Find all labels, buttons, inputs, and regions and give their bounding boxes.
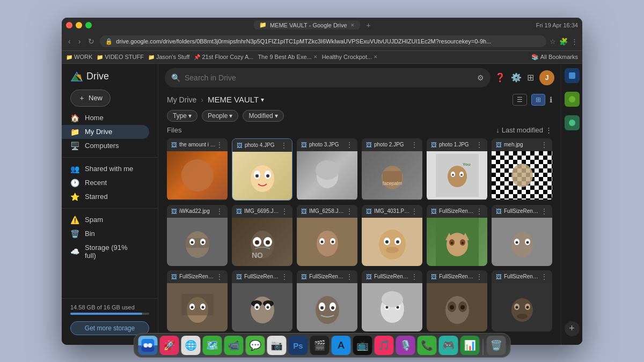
file-card[interactable]: 🖼FullSizeRender (4... ⋮	[297, 270, 357, 331]
file-card[interactable]: 🖼photo 4.JPG ⋮	[232, 138, 292, 201]
file-menu-icon[interactable]: ⋮	[346, 207, 353, 216]
file-menu-icon[interactable]: ⋮	[346, 141, 353, 149]
back-button[interactable]: ‹	[66, 36, 73, 47]
dock-photoshop[interactable]: Ps	[289, 336, 308, 355]
refresh-button[interactable]: ↻	[86, 36, 97, 47]
breadcrumb-parent[interactable]: My Drive	[167, 95, 196, 104]
dock-podcasts[interactable]: 🎙️	[396, 336, 415, 355]
file-menu-icon[interactable]: ⋮	[475, 272, 483, 281]
extensions-icon[interactable]: 🧩	[559, 38, 568, 46]
new-button[interactable]: ＋ New	[70, 90, 111, 107]
help-icon[interactable]: ❓	[495, 72, 506, 83]
right-panel-icon-2[interactable]	[565, 92, 580, 107]
file-menu-icon[interactable]: ⋮	[411, 272, 418, 281]
dock-messages[interactable]: 💬	[246, 336, 265, 355]
sidebar-item-bin[interactable]: 🗑️ Bin	[62, 227, 149, 241]
file-card[interactable]: 🖼FullSizeRender.j... ⋮	[492, 205, 552, 266]
file-card[interactable]: 🖼FullSizeRender (3... ⋮	[362, 270, 422, 331]
file-menu-icon[interactable]: ⋮	[281, 272, 288, 281]
list-view-button[interactable]: ☰	[513, 94, 527, 106]
file-card[interactable]: 🖼iWKad22.jpg ⋮	[167, 205, 228, 266]
right-panel-icon-1[interactable]	[565, 68, 580, 83]
file-menu-icon[interactable]: ⋮	[216, 272, 223, 281]
right-add-button[interactable]: +	[565, 321, 580, 336]
search-filter-icon[interactable]: ⚙	[477, 73, 484, 82]
file-card[interactable]: 🖼photo 2.JPG ⋮ facepalm	[362, 138, 422, 201]
file-card[interactable]: 🖼IMG_6258.JPG ⋮	[297, 205, 357, 266]
dock-appstore[interactable]: A	[332, 336, 351, 355]
grid-view-button[interactable]: ⊞	[531, 94, 545, 106]
file-card[interactable]: 🖼FullSizeRender2.j... ⋮	[167, 270, 228, 331]
filter-modified[interactable]: Modified ▾	[243, 110, 283, 122]
maximize-button[interactable]	[85, 22, 92, 28]
info-icon[interactable]: ℹ	[550, 95, 552, 104]
sort-options-icon[interactable]: ⋮	[545, 126, 552, 134]
apps-icon[interactable]: ⊞	[527, 72, 534, 83]
file-menu-icon[interactable]: ⋮	[540, 272, 548, 281]
bookmark-crockpot[interactable]: Healthy Crockpot... ✕	[322, 54, 378, 60]
file-card[interactable]: 🖼FullSizeRender (2... ⋮	[427, 270, 487, 331]
sidebar-item-shared[interactable]: 👥 Shared with me	[62, 162, 149, 176]
file-card[interactable]: 🖼photo 1.JPG ⋮ You	[427, 138, 487, 201]
file-card[interactable]: 🖼FullSizeRender.jpg ⋮	[232, 270, 292, 331]
sidebar-item-storage[interactable]: ☁️ Storage (91% full)	[62, 241, 149, 262]
filter-type[interactable]: Type ▾	[167, 110, 197, 122]
get-more-storage-button[interactable]: Get more storage	[70, 321, 149, 335]
avatar[interactable]: J	[539, 70, 554, 85]
filter-people[interactable]: People ▾	[202, 110, 238, 122]
dock-chrome[interactable]: 🌐	[181, 336, 201, 355]
settings-icon[interactable]: ⚙️	[511, 72, 522, 83]
right-panel-icon-3[interactable]	[565, 115, 580, 130]
forward-button[interactable]: ›	[76, 36, 83, 47]
chevron-down-icon[interactable]: ▾	[261, 96, 264, 104]
file-menu-icon[interactable]: ⋮	[475, 207, 483, 216]
file-menu-icon[interactable]: ⋮	[216, 207, 223, 216]
file-menu-icon[interactable]: ⋮	[411, 207, 418, 216]
new-tab-button[interactable]: +	[363, 21, 374, 29]
file-menu-icon[interactable]: ⋮	[540, 141, 548, 149]
active-tab[interactable]: 📁 MEME VAULT - Google Drive ✕	[254, 20, 360, 29]
file-card[interactable]: 🖼FullSizeRender (1... ⋮	[492, 270, 552, 331]
search-input[interactable]	[185, 73, 473, 82]
sidebar-item-home[interactable]: 🏠 Home	[62, 111, 149, 125]
dock-finder[interactable]	[138, 336, 158, 355]
dock-numbers[interactable]: 📊	[460, 336, 480, 355]
file-card[interactable]: 🖼the amount i car... ⋮	[167, 138, 228, 201]
bookmark-icon[interactable]: ☆	[550, 38, 556, 46]
dock-launchpad[interactable]: 🚀	[160, 336, 179, 355]
menu-icon[interactable]: ⋮	[571, 38, 578, 46]
file-card[interactable]: 🖼IMG_4031.PNG ⋮	[362, 205, 422, 266]
bookmark-video[interactable]: 📁 VIDEO STUFF	[97, 54, 144, 60]
file-menu-icon[interactable]: ⋮	[281, 207, 288, 216]
close-icon[interactable]: ✕	[374, 54, 378, 60]
sidebar-item-my-drive[interactable]: 📁 My Drive	[62, 125, 149, 139]
close-icon[interactable]: ✕	[313, 54, 318, 60]
bookmark-21st[interactable]: 📌 21st Floor Cozy A...	[194, 54, 253, 60]
file-card[interactable]: 🖼IMG_6695.JPG ⋮ NO	[232, 205, 292, 266]
file-card[interactable]: 🖼FullSizeRender.j... ⋮	[427, 205, 487, 266]
file-card[interactable]: 🖼meh.jpg ⋮	[492, 138, 552, 201]
file-menu-icon[interactable]: ⋮	[540, 207, 548, 216]
sidebar-item-recent[interactable]: 🕐 Recent	[62, 176, 149, 190]
dock-facetime[interactable]: 📹	[224, 336, 244, 355]
sidebar-item-starred[interactable]: ⭐ Starred	[62, 190, 149, 204]
search-box[interactable]: 🔍 ⚙	[165, 68, 491, 87]
dock-photos[interactable]: 📷	[267, 336, 287, 355]
dock-tv[interactable]: 📺	[353, 336, 372, 355]
file-menu-icon[interactable]: ⋮	[475, 141, 483, 149]
dock-music[interactable]: 🎵	[375, 336, 394, 355]
sort-button[interactable]: ↓ Last modified ⋮	[496, 126, 552, 134]
url-bar[interactable]: 🔒 drive.google.com/drive/folders/0B8mt3j…	[100, 35, 546, 47]
bookmark-jason[interactable]: 📁 Jason's Stuff	[148, 54, 189, 60]
bookmark-ab[interactable]: The 9 Best Ab Exe... ✕	[258, 54, 317, 60]
dock-video[interactable]: 🎬	[310, 336, 330, 355]
file-card[interactable]: 🖼photo 3.JPG ⋮	[297, 138, 357, 201]
all-bookmarks[interactable]: 📚 All Bookmarks	[531, 54, 578, 61]
dock-facetime2[interactable]: 📞	[418, 336, 437, 355]
close-button[interactable]	[66, 22, 72, 28]
tab-close-icon[interactable]: ✕	[350, 23, 355, 28]
file-menu-icon[interactable]: ⋮	[216, 141, 223, 149]
sidebar-item-computers[interactable]: 🖥️ Computers	[62, 139, 149, 153]
bookmark-work[interactable]: 📁 WORK	[66, 54, 92, 60]
file-menu-icon[interactable]: ⋮	[346, 272, 353, 281]
